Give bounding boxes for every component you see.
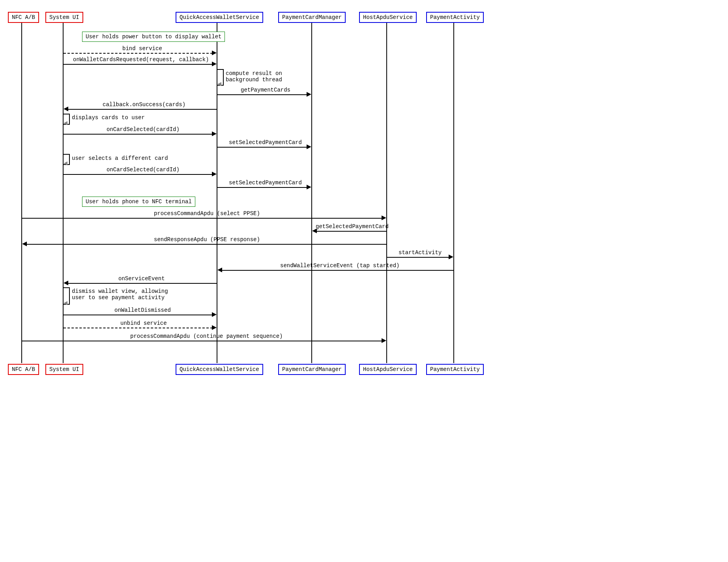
arrow-head (64, 281, 68, 285)
arrow-line (64, 328, 213, 328)
msg-callback-onsuccess: callback.onSuccess(cards) (103, 101, 185, 108)
arrow-line (64, 174, 213, 175)
arrow-line (316, 231, 387, 232)
note-power-button: User holds power button to display walle… (82, 32, 225, 42)
arrow-head (212, 131, 217, 136)
participant-pa-top: PaymentActivity (426, 12, 484, 23)
arrow-line (64, 134, 213, 135)
msg-sendwalletserviceevent: sendWalletServiceEvent (tap started) (280, 262, 399, 269)
arrow-head (312, 229, 317, 233)
arrow-line (68, 109, 217, 110)
arrow-head (217, 82, 221, 86)
participant-qaws-bottom: QuickAccessWalletService (176, 364, 263, 375)
arrow-head (212, 325, 217, 330)
arrow-head (212, 51, 217, 55)
arrow-head (307, 144, 311, 149)
participant-pcm-top: PaymentCardManager (278, 12, 346, 23)
msg-compute-result: compute result on background thread (226, 70, 282, 83)
msg-oncardselected-1: onCardSelected(cardId) (107, 126, 180, 133)
arrow-head (307, 185, 311, 189)
arrow-head (212, 172, 217, 176)
msg-onwalletdismissed: onWalletDismissed (114, 307, 171, 313)
arrow-line (217, 187, 307, 188)
lifeline-has (386, 23, 387, 363)
msg-onwalletcardsrequested: onWalletCardsRequested(request, callback… (73, 56, 209, 63)
msg-unbind-service: unbind service (120, 320, 167, 326)
lifeline-pa (453, 23, 454, 363)
arrow-head (64, 161, 67, 165)
participant-has-bottom: HostApduService (359, 364, 417, 375)
lifeline-pcm (311, 23, 312, 363)
arrow-head (449, 255, 453, 259)
msg-oncardselected-2: onCardSelected(cardId) (107, 167, 180, 173)
lifeline-sysui (63, 23, 64, 363)
arrow-line (387, 257, 449, 258)
participant-has-top: HostApduService (359, 12, 417, 23)
arrow-line (26, 244, 387, 245)
participant-nfc-bottom: NFC A/B (8, 364, 39, 375)
participant-qaws-top: QuickAccessWalletService (176, 12, 263, 23)
arrow-line (22, 218, 382, 219)
participant-pcm-bottom: PaymentCardManager (278, 364, 346, 375)
arrow-line (217, 147, 307, 148)
msg-sendresponseapdu: sendResponseApdu (PPSE response) (154, 236, 260, 243)
arrow-head (212, 62, 217, 66)
arrow-head (307, 92, 311, 97)
msg-displays-cards: displays cards to user (72, 114, 145, 121)
arrow-head (212, 312, 217, 317)
msg-setselectedpaymentcard-1: setSelectedPaymentCard (229, 139, 302, 146)
msg-setselectedpaymentcard-2: setSelectedPaymentCard (229, 180, 302, 186)
participant-pa-bottom: PaymentActivity (426, 364, 484, 375)
msg-processcommandapdu-continue: processCommandApdu (continue payment seq… (130, 333, 283, 339)
arrow-head (64, 121, 67, 125)
arrow-line (68, 283, 217, 284)
arrow-head (64, 107, 68, 111)
msg-dismiss-wallet: dismiss wallet view, allowing user to se… (72, 288, 168, 301)
arrow-head (217, 268, 222, 272)
msg-bind-service: bind service (122, 45, 162, 52)
sequence-diagram: NFC A/B System UI QuickAccessWalletServi… (4, 4, 489, 383)
arrow-head (22, 242, 27, 246)
arrow-line (222, 270, 454, 271)
arrow-head (382, 215, 386, 220)
participant-sysui-bottom: System UI (45, 364, 83, 375)
msg-user-selects-different: user selects a different card (72, 155, 168, 161)
msg-onserviceevent: onServiceEvent (118, 275, 165, 282)
msg-getpaymentcards: getPaymentCards (241, 87, 290, 93)
participant-sysui-top: System UI (45, 12, 83, 23)
arrow-head (64, 301, 67, 305)
arrow-head (382, 338, 386, 343)
msg-startactivity: startActivity (399, 249, 442, 256)
note-nfc-terminal: User holds phone to NFC terminal (82, 197, 195, 207)
arrow-line (64, 53, 213, 54)
arrow-line (22, 341, 382, 341)
msg-processcommandapdu-ppse: processCommandApdu (select PPSE) (154, 210, 260, 217)
arrow-line (217, 94, 307, 95)
participant-nfc-top: NFC A/B (8, 12, 39, 23)
msg-getselectedpaymentcard: getSelectedPaymentCard (316, 223, 389, 230)
arrow-line (64, 64, 213, 65)
arrow-line (64, 315, 213, 315)
lifeline-nfc (21, 23, 22, 363)
